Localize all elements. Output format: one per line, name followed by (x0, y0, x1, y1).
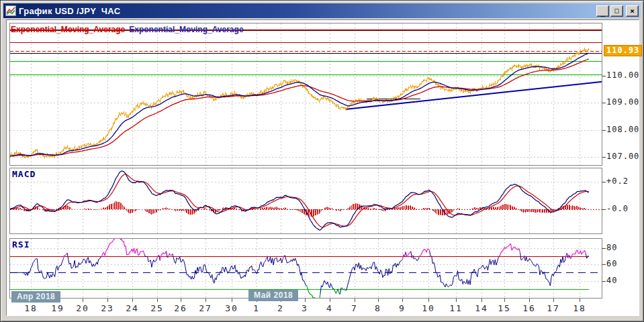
chart-plot[interactable] (1, 1, 644, 322)
application-window: График USD /JPY ЧАС _ □ × Exponential_Mo… (0, 0, 644, 322)
